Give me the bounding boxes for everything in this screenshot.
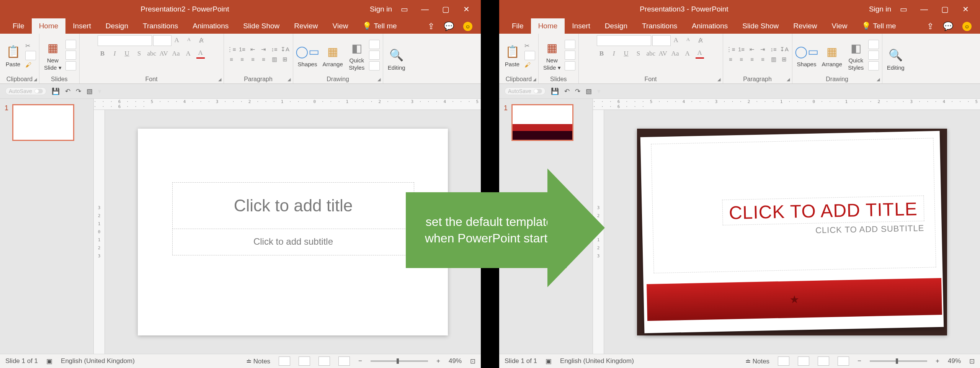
dialog-launcher-icon[interactable]: ◢ [533,77,536,82]
columns-icon[interactable]: ▥ [769,56,778,64]
tab-animations[interactable]: Animations [684,18,735,34]
ribbon-display-options-icon[interactable]: ▭ [900,6,907,13]
ribbon-display-options-icon[interactable]: ▭ [400,6,408,13]
tab-review[interactable]: Review [786,18,824,34]
reset-icon[interactable] [65,51,76,60]
feedback-smiley-icon[interactable]: ☺ [962,22,972,31]
quick-styles-button[interactable]: ◧QuickStyles [347,39,367,72]
char-spacing-icon[interactable]: AV [160,50,168,58]
tab-review[interactable]: Review [287,18,325,34]
font-highlight-icon[interactable]: A [683,50,692,58]
new-slide-button[interactable]: ▦ New Slide ▾ [542,39,562,72]
fit-to-window-icon[interactable]: ⊡ [470,357,475,365]
shrink-font-icon[interactable]: A [185,36,193,45]
reading-view-icon[interactable] [318,357,330,366]
tab-view[interactable]: View [825,18,855,34]
maximize-icon[interactable]: ▢ [442,6,449,13]
normal-view-icon[interactable] [279,357,290,366]
grow-font-icon[interactable]: A [173,36,181,45]
align-left-icon[interactable]: ≡ [726,56,735,64]
autosave-toggle[interactable]: AutoSave [505,87,546,95]
shrink-font-icon[interactable]: A [684,36,693,45]
font-size-combobox[interactable] [652,35,671,46]
char-spacing-icon[interactable]: AV [659,50,667,58]
layout-icon[interactable] [565,40,575,49]
shape-outline-icon[interactable] [868,51,879,60]
comments-icon[interactable]: 💬 [943,21,953,31]
tab-home[interactable]: Home [32,18,66,34]
shapes-button[interactable]: ◯▭Shapes [795,43,818,68]
redo-icon[interactable]: ↷ [575,87,580,95]
dialog-launcher-icon[interactable]: ◢ [377,77,381,82]
slide-area[interactable]: CLICK TO ADD TITLE CLICK TO ADD SUBTITLE [604,110,980,354]
slideshow-start-icon[interactable]: ▧ [586,87,592,95]
save-icon[interactable]: 💾 [551,87,559,95]
fit-to-window-icon[interactable]: ⊡ [969,357,975,365]
copy-icon[interactable] [25,51,36,60]
font-size-combobox[interactable] [153,35,172,46]
font-highlight-icon[interactable]: A [184,50,193,58]
clear-format-icon[interactable]: A̷ [197,36,206,45]
bullets-icon[interactable]: ⋮≡ [227,46,236,54]
tab-file[interactable]: File [505,18,531,34]
align-center-icon[interactable]: ≡ [737,56,746,64]
tab-slideshow[interactable]: Slide Show [735,18,786,34]
dialog-launcher-icon[interactable]: ◢ [287,77,291,82]
title-placeholder[interactable]: Click to add title [172,182,414,229]
zoom-out-button[interactable]: − [858,357,861,365]
slide-counter[interactable]: Slide 1 of 1 [505,357,537,365]
undo-icon[interactable]: ↶ [65,87,70,95]
underline-icon[interactable]: U [622,50,630,58]
shape-fill-icon[interactable] [369,40,380,49]
tab-animations[interactable]: Animations [185,18,236,34]
slideshow-view-icon[interactable] [338,357,350,366]
zoom-in-button[interactable]: + [436,357,440,365]
sorter-view-icon[interactable] [798,357,809,366]
language-status[interactable]: English (United Kingdom) [560,357,634,365]
normal-view-icon[interactable] [778,357,789,366]
dialog-launcher-icon[interactable]: ◢ [787,77,790,82]
align-center-icon[interactable]: ≡ [238,56,247,64]
columns-icon[interactable]: ▥ [270,56,279,64]
cut-icon[interactable]: ✂ [524,42,535,49]
arrange-button[interactable]: ▦Arrange [820,43,843,68]
qat-customize-icon[interactable]: ▾ [597,87,601,95]
save-icon[interactable]: 💾 [52,87,60,95]
dec-indent-icon[interactable]: ⇤ [248,46,258,54]
subtitle-placeholder[interactable]: CLICK TO ADD SUBTITLE [815,223,924,236]
maximize-icon[interactable]: ▢ [941,6,949,13]
dialog-launcher-icon[interactable]: ◢ [218,77,221,82]
bold-icon[interactable]: B [598,50,606,58]
autosave-toggle[interactable]: AutoSave [5,87,46,95]
shadow-icon[interactable]: S [634,50,643,58]
subtitle-placeholder[interactable]: Click to add subtitle [172,228,414,255]
notes-button[interactable]: ≐ Notes [745,357,769,365]
slide-1[interactable]: Click to add title Click to add subtitle [138,129,448,335]
section-icon[interactable] [65,61,76,70]
change-case-icon[interactable]: Aa [172,50,180,58]
editing-button[interactable]: 🔍Editing [885,46,906,72]
zoom-level[interactable]: 49% [449,357,462,365]
grow-font-icon[interactable]: A [672,36,680,45]
shapes-button[interactable]: ◯▭Shapes [296,43,319,68]
spellcheck-icon[interactable]: ▣ [546,357,552,365]
tab-home[interactable]: Home [531,18,565,34]
numbering-icon[interactable]: 1≡ [238,46,247,54]
shape-effects-icon[interactable] [868,61,879,70]
underline-icon[interactable]: U [123,50,131,58]
slide-thumbnail-1[interactable]: 1 [5,104,89,141]
zoom-in-button[interactable]: + [936,357,939,365]
tab-transitions[interactable]: Transitions [136,18,185,34]
layout-icon[interactable] [65,40,76,49]
title-placeholder[interactable]: CLICK TO ADD TITLE [722,195,924,225]
font-combobox[interactable] [597,35,651,46]
dec-indent-icon[interactable]: ⇤ [748,46,757,54]
slide-counter[interactable]: Slide 1 of 1 [5,357,38,365]
line-spacing-icon[interactable]: ↕≡ [769,46,778,54]
slideshow-view-icon[interactable] [838,357,849,366]
font-color-icon[interactable]: A [696,49,704,59]
font-color-icon[interactable]: A [196,49,205,59]
slideshow-start-icon[interactable]: ▧ [87,87,93,95]
arrange-button[interactable]: ▦Arrange [321,43,344,68]
strike-icon[interactable]: abc [147,50,156,58]
